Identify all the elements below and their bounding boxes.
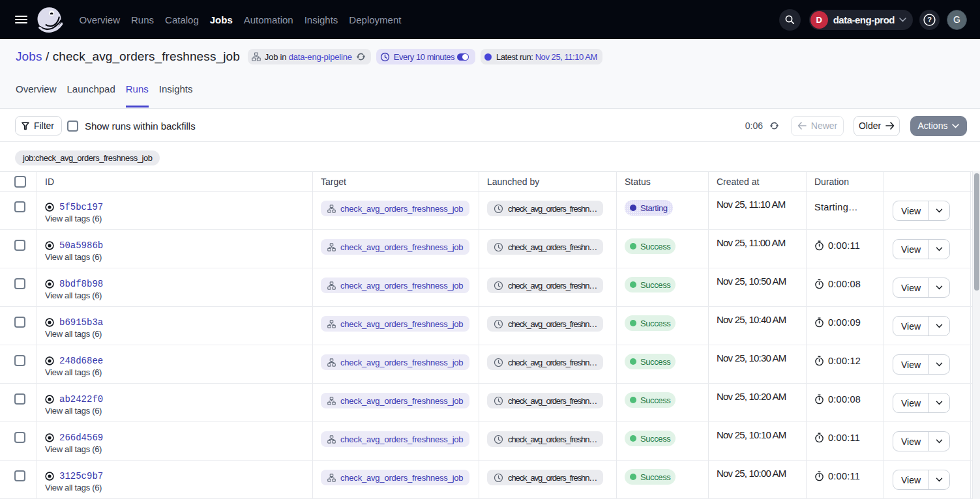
svg-text:?: ? <box>927 16 932 23</box>
